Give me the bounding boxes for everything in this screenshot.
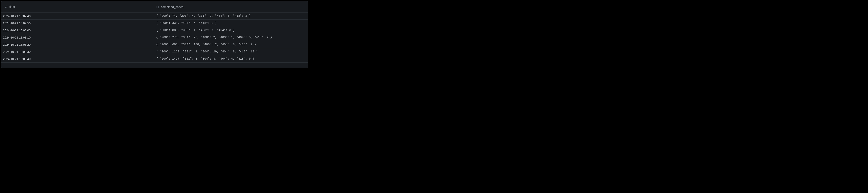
cell-codes: { "200": 1427, "301": 3, "304": 3, "404"… bbox=[155, 55, 308, 62]
cell-time: 2024-10-21 18:07:40 bbox=[1, 12, 155, 20]
table-body: 2024-10-21 18:07:40{ "200": 74, "206": 4… bbox=[1, 12, 308, 62]
cell-codes: { "200": 331, "404": 5, "418": 3 } bbox=[155, 20, 308, 27]
column-header-codes[interactable]: {} combined_codes bbox=[155, 1, 308, 12]
table-header-row: time {} combined_codes bbox=[1, 1, 308, 12]
cell-codes: { "200": 683, "304": 108, "400": 2, "404… bbox=[155, 41, 308, 48]
log-table: time {} combined_codes 2024-10-21 18:07:… bbox=[1, 1, 308, 62]
cell-time: 2024-10-21 18:08:20 bbox=[1, 41, 155, 48]
scroll-fade bbox=[1, 63, 308, 68]
column-header-label: time bbox=[9, 5, 15, 8]
clock-icon bbox=[5, 5, 8, 8]
cell-time: 2024-10-21 18:08:30 bbox=[1, 48, 155, 55]
cell-codes: { "200": 74, "206": 4, "301": 2, "404": … bbox=[155, 12, 308, 20]
table-row[interactable]: 2024-10-21 18:08:10{ "200": 270, "304": … bbox=[1, 34, 308, 41]
table-row[interactable]: 2024-10-21 18:08:40{ "200": 1427, "301":… bbox=[1, 55, 308, 62]
cell-codes: { "200": 1262, "301": 1, "304": 29, "404… bbox=[155, 48, 308, 55]
cell-codes: { "200": 270, "304": 77, "400": 2, "403"… bbox=[155, 34, 308, 41]
cell-time: 2024-10-21 18:07:50 bbox=[1, 20, 155, 27]
cell-time: 2024-10-21 18:08:00 bbox=[1, 27, 155, 34]
log-table-panel: time {} combined_codes 2024-10-21 18:07:… bbox=[1, 1, 308, 68]
column-header-time[interactable]: time bbox=[1, 1, 155, 12]
table-row[interactable]: 2024-10-21 18:08:00{ "200": 885, "302": … bbox=[1, 27, 308, 34]
braces-icon: {} bbox=[156, 5, 159, 8]
table-row[interactable]: 2024-10-21 18:08:20{ "200": 683, "304": … bbox=[1, 41, 308, 48]
column-header-label: combined_codes bbox=[161, 5, 183, 8]
cell-time: 2024-10-21 18:08:10 bbox=[1, 34, 155, 41]
table-row[interactable]: 2024-10-21 18:07:50{ "200": 331, "404": … bbox=[1, 20, 308, 27]
cell-codes: { "200": 885, "302": 1, "403": 7, "404":… bbox=[155, 27, 308, 34]
cell-time: 2024-10-21 18:08:40 bbox=[1, 55, 155, 62]
table-row[interactable]: 2024-10-21 18:07:40{ "200": 74, "206": 4… bbox=[1, 12, 308, 20]
table-row[interactable]: 2024-10-21 18:08:30{ "200": 1262, "301":… bbox=[1, 48, 308, 55]
